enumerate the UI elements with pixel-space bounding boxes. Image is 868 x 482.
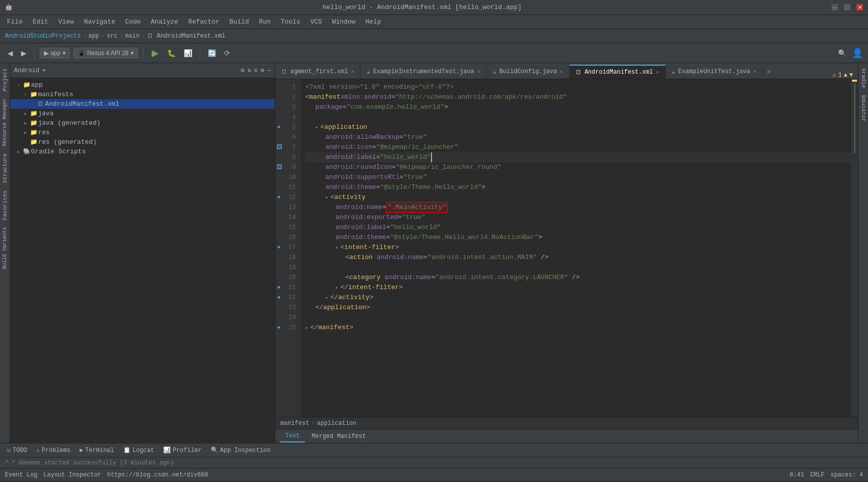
tree-item-java[interactable]: ▶ 📁 java — [10, 109, 275, 118]
editor-tabs-more-button[interactable]: » — [763, 65, 775, 79]
breadcrumb-src[interactable]: src — [107, 33, 118, 40]
menu-item-edit[interactable]: Edit — [29, 17, 52, 27]
editor-tab-androidmanifest[interactable]: 🗋 AndroidManifest.xml ✕ — [570, 65, 666, 79]
bottom-tab-text[interactable]: Text — [280, 430, 305, 442]
menu-item-vcs[interactable]: VCS — [306, 17, 326, 27]
fold-icon-17[interactable]: ▸ — [335, 245, 338, 251]
editor-tab-example-instrumented[interactable]: ☕ ExampleInstrumentedTest.java ✕ — [360, 65, 487, 79]
scrollbar-thumb[interactable] — [854, 83, 855, 153]
layout-icon[interactable]: ≡ — [254, 67, 257, 74]
breadcrumb-androidstudioprojects[interactable]: AndroidStudioProjects — [5, 33, 81, 40]
tool-terminal[interactable]: ▶ Terminal — [77, 445, 117, 455]
search-everywhere-button[interactable]: 🔍 — [835, 48, 849, 58]
tab-close-fragment[interactable]: ✕ — [351, 69, 354, 75]
tool-problems[interactable]: ⚠ Problems — [33, 445, 74, 455]
status-spaces[interactable]: spaces: 4 — [830, 471, 863, 478]
editor-content[interactable]: <?xml version="1.0" encoding="utf-8"?> <… — [300, 79, 851, 417]
breadcrumb-main[interactable]: main — [125, 33, 140, 40]
gutter-image-9[interactable]: 🖼 — [276, 162, 282, 172]
tool-logcat[interactable]: 📋 Logcat — [120, 445, 157, 455]
cog-icon[interactable]: ⚙ — [241, 67, 244, 74]
csdn-link[interactable]: https://blog.csdn.net/div668 — [107, 471, 208, 478]
line-numbers: 1 2 3 4 ◆5 6 🖼7 8 🖼9 10 11 ◆12 — [275, 79, 300, 417]
tree-item-manifests[interactable]: ▾ 📁 manifests — [10, 90, 275, 99]
fold-gutter-12[interactable]: ◆ — [277, 192, 280, 202]
editor-tab-exampleunit[interactable]: ☕ ExampleUnitTest.java ✕ — [666, 65, 763, 79]
menu-item-window[interactable]: Window — [328, 17, 359, 27]
debug-button[interactable]: 🐛 — [165, 48, 178, 58]
tab-close-instrumented[interactable]: ✕ — [477, 69, 480, 75]
event-log-link[interactable]: Event Log — [5, 471, 38, 478]
sidebar-tab-build-variants[interactable]: Build Variants — [1, 224, 9, 272]
sidebar-tab-resource-manager[interactable]: Resource Manager — [1, 95, 9, 149]
status-encoding[interactable]: CRLF — [810, 471, 824, 478]
fold-gutter-22[interactable]: ◆ — [277, 293, 280, 303]
fold-gutter-17[interactable]: ◆ — [277, 243, 280, 253]
tool-todo[interactable]: ☑ TODO — [4, 445, 30, 455]
device-dropdown[interactable]: 📱 Nexus 4 API 28 ▾ — [73, 48, 138, 59]
tool-app-inspection[interactable]: 🔍 App Inspection — [208, 445, 274, 455]
chevron-up-icon[interactable]: ▲ — [844, 72, 847, 79]
back-navigation-button[interactable]: ◀ — [5, 48, 16, 58]
tab-close-buildconfig[interactable]: ✕ — [560, 69, 563, 75]
menu-item-build[interactable]: Build — [225, 17, 253, 27]
tree-item-gradle-scripts[interactable]: ▶ 🐘 Gradle Scripts — [10, 147, 275, 156]
sync-button[interactable]: 🔄 — [205, 48, 219, 58]
menu-item-tools[interactable]: Tools — [277, 17, 304, 27]
fold-icon-21[interactable]: ▸ — [335, 285, 338, 291]
fold-icon-12[interactable]: ▸ — [325, 195, 328, 200]
tree-item-androidmanifest[interactable]: 🗋 AndroidManifest.xml — [10, 99, 275, 109]
close-button[interactable]: ✕ — [856, 4, 863, 11]
title-bar-controls[interactable]: — □ ✕ — [831, 4, 863, 11]
fold-icon-22[interactable]: ▸ — [325, 295, 328, 301]
editor-scrollbar[interactable] — [851, 79, 858, 417]
tree-item-res[interactable]: ▶ 📁 res — [10, 128, 275, 137]
menu-item-refactor[interactable]: Refactor — [184, 17, 223, 27]
run-button[interactable]: ▶ — [149, 47, 162, 60]
sidebar-tab-structure[interactable]: Structure — [1, 150, 9, 186]
sort-icon[interactable]: ⇅ — [247, 67, 251, 74]
menu-item-run[interactable]: Run — [255, 17, 274, 27]
menu-item-view[interactable]: View — [54, 17, 78, 27]
project-tree: ▾ 📁 app ▾ 📁 manifests 🗋 AndroidManifest.… — [10, 78, 275, 443]
editor-tab-buildconfig[interactable]: ☕ BuildConfig.java ✕ — [487, 65, 569, 79]
chevron-down-icon-warn[interactable]: ▼ — [849, 72, 853, 79]
sidebar-tab-gradle[interactable]: Gradle — [859, 65, 867, 91]
tree-item-res-generated[interactable]: 📁 res (generated) — [10, 137, 275, 147]
sidebar-tab-emulator[interactable]: Emulator — [859, 92, 867, 125]
menu-item-file[interactable]: File — [3, 17, 27, 27]
menu-item-navigate[interactable]: Navigate — [80, 17, 119, 27]
sidebar-tab-project[interactable]: Project — [1, 65, 9, 94]
menu-item-analyze[interactable]: Analyze — [147, 17, 182, 27]
fold-gutter-21[interactable]: ◆ — [277, 283, 280, 293]
fold-gutter-5[interactable]: ◆ — [277, 122, 280, 132]
gutter-image-7[interactable]: 🖼 — [276, 142, 282, 152]
tab-close-manifest[interactable]: ✕ — [656, 69, 659, 75]
tree-item-java-generated[interactable]: ▶ 📁 java (generated) — [10, 118, 275, 128]
bottom-tab-merged-manifest[interactable]: Merged Manifest — [307, 431, 371, 442]
breadcrumb-app[interactable]: app — [88, 33, 99, 40]
profile-button[interactable]: 📊 — [181, 48, 195, 58]
app-configuration-dropdown[interactable]: ▶ app ▾ — [40, 48, 70, 59]
forward-navigation-button[interactable]: ▶ — [19, 48, 29, 58]
fold-icon-5[interactable]: ▸ — [315, 125, 318, 130]
sidebar-tab-favorites[interactable]: Favorites — [1, 187, 9, 223]
menu-item-code[interactable]: Code — [121, 17, 145, 27]
fold-gutter-25[interactable]: ◆ — [277, 323, 280, 333]
maximize-button[interactable]: □ — [844, 4, 850, 11]
fold-icon-25[interactable]: ▸ — [305, 325, 308, 331]
editor-tab-fragment-first[interactable]: 🗋 agment_first.xml ✕ — [275, 65, 360, 79]
toolbar-separator-1 — [34, 47, 35, 59]
tree-item-app[interactable]: ▾ 📁 app — [10, 80, 275, 90]
invalidate-caches-button[interactable]: ⟳ — [222, 48, 233, 58]
minimize-button[interactable]: — — [831, 4, 838, 11]
layout-inspector-link[interactable]: Layout Inspector — [44, 471, 101, 478]
settings-icon[interactable]: ⚙ — [261, 67, 264, 74]
code-line-2: <manifest xmlns:android="http://schemas.… — [305, 92, 851, 102]
minimize-panel-icon[interactable]: — — [267, 67, 271, 74]
breadcrumb-androidmanifest[interactable]: 🗋 AndroidManifest.xml — [147, 32, 225, 40]
tool-profiler[interactable]: 📊 Profiler — [160, 445, 205, 455]
tab-close-exampleunit[interactable]: ✕ — [753, 69, 756, 75]
menu-item-help[interactable]: Help — [361, 17, 385, 27]
avatar-icon: 👤 — [852, 48, 863, 59]
